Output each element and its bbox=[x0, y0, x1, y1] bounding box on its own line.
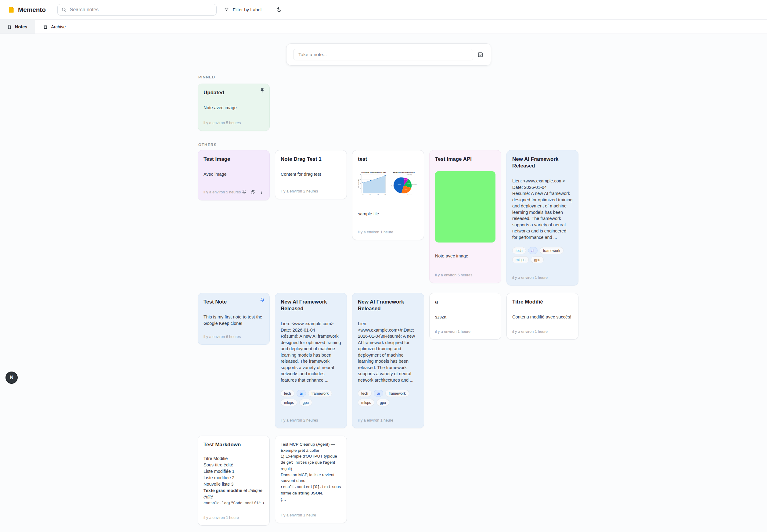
green-image-attachment[interactable] bbox=[435, 171, 495, 243]
md-line: Sous-titre édité bbox=[203, 462, 264, 468]
note-title: Note Drag Test 1 bbox=[281, 156, 341, 163]
search-bar[interactable] bbox=[57, 4, 217, 16]
note-card-ai-framework-3[interactable]: New AI Framework Released Lien: <www.exa… bbox=[352, 293, 424, 428]
filter-by-label-button[interactable]: Filter by Label bbox=[224, 7, 261, 12]
search-icon bbox=[61, 7, 67, 13]
note-timestamp: il y a environ 1 heure bbox=[203, 511, 264, 520]
tag-gpu[interactable]: gpu bbox=[531, 256, 544, 263]
tag-gpu[interactable]: gpu bbox=[299, 399, 312, 406]
note-title: Test Image API bbox=[435, 156, 495, 163]
md-line: Liste modifiée 2 bbox=[203, 475, 264, 481]
pie-label: Licences bbox=[412, 184, 416, 185]
note-title: New AI Framework Released bbox=[358, 299, 418, 312]
pin-icon[interactable] bbox=[260, 88, 265, 93]
x-tick: Q4 bbox=[385, 194, 386, 195]
note-title: New AI Framework Released bbox=[281, 299, 341, 312]
note-body: Content for drag test bbox=[281, 171, 341, 178]
pie-pct: 45.0% bbox=[398, 184, 401, 185]
tag-ai[interactable]: ai bbox=[528, 247, 538, 254]
others-section-label: OTHERS bbox=[198, 142, 217, 147]
reminder-bell-icon[interactable] bbox=[260, 297, 265, 302]
user-avatar[interactable]: N bbox=[5, 372, 18, 384]
tag-framework[interactable]: framework bbox=[385, 390, 409, 397]
pie-pct: 10.0% bbox=[404, 179, 407, 181]
pie-pct: 25.0% bbox=[405, 189, 408, 191]
more-options-icon[interactable] bbox=[259, 190, 264, 195]
note-timestamp: il y a environ 1 heure bbox=[512, 325, 573, 334]
tag-mlops[interactable]: mlops bbox=[358, 399, 374, 406]
tab-archive[interactable]: Archive bbox=[36, 20, 73, 34]
note-card-test-note[interactable]: Test Note This is my first note to test … bbox=[198, 293, 270, 345]
note-card-a[interactable]: a szsza il y a environ 1 heure bbox=[429, 293, 501, 340]
md-line: Texte gras modifié et italique édité bbox=[203, 487, 264, 500]
line-chart-attachment[interactable]: Croissance Trimestrielle du CA (M€) bbox=[358, 170, 387, 199]
tag-framework[interactable]: framework bbox=[308, 390, 332, 397]
note-timestamp: il y a environ 5 heures bbox=[435, 268, 495, 277]
note-card-test[interactable]: test Croissance Trimestrielle du CA (M€) bbox=[352, 150, 424, 240]
pinned-grid: Updated Note avec image il y a environ 5… bbox=[198, 84, 270, 131]
notes-grid: Test Image Avec image il y a environ 5 h… bbox=[198, 150, 578, 526]
md-line: Titre Modifié bbox=[203, 455, 264, 462]
y-tick: 60 bbox=[360, 179, 361, 180]
moon-icon bbox=[276, 7, 282, 13]
notes-file-icon bbox=[7, 24, 12, 29]
tag-ai[interactable]: ai bbox=[374, 390, 383, 397]
note-card-drag-test[interactable]: Note Drag Test 1 Content for drag test i… bbox=[275, 150, 347, 199]
x-tick: Q1 bbox=[362, 194, 364, 195]
tag-tech[interactable]: tech bbox=[358, 390, 372, 397]
tag-tech[interactable]: tech bbox=[512, 247, 526, 254]
filter-funnel-icon bbox=[224, 7, 229, 12]
note-body: Titre Modifié Sous-titre édité Liste mod… bbox=[203, 455, 264, 507]
note-body: Note avec image bbox=[435, 253, 495, 259]
mcp-paragraph: Dans ton MCP, la liste revient souvent d… bbox=[281, 472, 341, 496]
note-timestamp: il y a environ 5 heures bbox=[203, 116, 264, 125]
tag-gpu[interactable]: gpu bbox=[376, 399, 389, 406]
note-body: Lien: <www.example.com>\nDate: 2026-01-0… bbox=[358, 321, 418, 383]
note-card-test-mcp-cleanup[interactable]: Test MCP Cleanup (Agent) — Exemple prêt … bbox=[275, 436, 347, 523]
md-code-line: console.log("Code modifié a bbox=[203, 500, 264, 507]
note-card-test-markdown[interactable]: Test Markdown Titre Modifié Sous-titre é… bbox=[198, 436, 270, 526]
note-body: Contenu modifié avec succès! bbox=[512, 314, 573, 320]
chart-title: Répartition des Revenus 2024 bbox=[393, 172, 415, 173]
note-card-ai-framework-1[interactable]: New AI Framework Released Lien: <www.exa… bbox=[506, 150, 578, 286]
note-body: Test MCP Cleanup (Agent) — Exemple prêt … bbox=[281, 441, 341, 502]
app-logo: Memento bbox=[8, 6, 46, 13]
note-card-test-image-api[interactable]: Test Image API Note avec image il y a en… bbox=[429, 150, 501, 283]
tag-mlops[interactable]: mlops bbox=[512, 256, 529, 263]
tag-framework[interactable]: framework bbox=[540, 247, 564, 254]
note-title: a bbox=[435, 299, 495, 305]
note-timestamp: il y a environ 1 heure bbox=[358, 413, 418, 422]
new-checklist-icon[interactable] bbox=[477, 52, 484, 58]
pin-outline-icon[interactable] bbox=[242, 190, 247, 195]
note-tags: tech ai framework mlops gpu bbox=[358, 390, 418, 406]
tag-ai[interactable]: ai bbox=[297, 390, 306, 397]
avatar-initial: N bbox=[10, 375, 13, 381]
dark-mode-toggle[interactable] bbox=[274, 5, 284, 15]
palette-icon[interactable] bbox=[250, 190, 255, 195]
pie-label: Consulting bbox=[407, 174, 412, 175]
pie-label: Services bbox=[408, 194, 412, 196]
md-line: Nouvelle liste 3 bbox=[203, 481, 264, 487]
pie-chart-attachment[interactable]: Répartition des Revenus 2024 45.0% 25.0%… bbox=[389, 170, 418, 199]
tab-notes[interactable]: Notes bbox=[0, 20, 35, 34]
note-title: test bbox=[358, 156, 418, 163]
note-doc-logo-icon bbox=[8, 6, 15, 13]
tag-tech[interactable]: tech bbox=[281, 390, 294, 397]
note-tags: tech ai framework mlops gpu bbox=[512, 247, 573, 263]
tab-bar: Notes Archive bbox=[0, 20, 767, 34]
note-body: Avec image bbox=[203, 171, 264, 178]
note-timestamp: il y a environ 2 heures bbox=[281, 184, 341, 193]
take-a-note-input[interactable] bbox=[293, 49, 473, 60]
note-timestamp: il y a environ 2 heures bbox=[281, 413, 341, 422]
mcp-paragraph: {… bbox=[281, 496, 341, 502]
note-body: Lien: <www.example.com> Date: 2026-01-04… bbox=[512, 178, 573, 240]
note-card-updated[interactable]: Updated Note avec image il y a environ 5… bbox=[198, 84, 270, 131]
search-input[interactable] bbox=[70, 7, 213, 13]
note-card-titre-modifie[interactable]: Titre Modifié Contenu modifié avec succè… bbox=[506, 293, 578, 340]
tag-mlops[interactable]: mlops bbox=[281, 399, 297, 406]
pie-pct: 20.0% bbox=[407, 183, 410, 184]
note-title: Test Markdown bbox=[203, 441, 264, 448]
note-card-test-image[interactable]: Test Image Avec image il y a environ 5 h… bbox=[198, 150, 270, 200]
note-composer bbox=[286, 43, 491, 66]
note-card-ai-framework-2[interactable]: New AI Framework Released Lien: <www.exa… bbox=[275, 293, 347, 428]
